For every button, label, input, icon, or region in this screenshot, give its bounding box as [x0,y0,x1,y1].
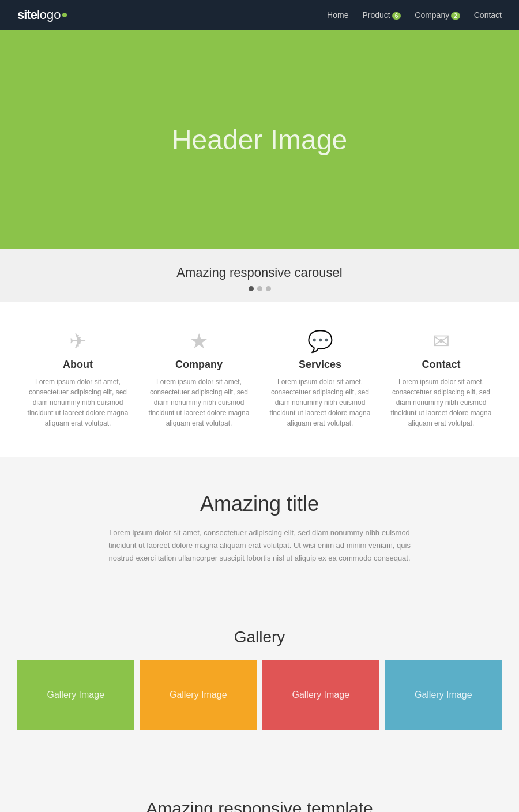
feature-about: ✈ About Lorem ipsum dolor sit amet, cons… [23,331,133,428]
gallery-item-4[interactable]: Gallery Image [385,660,502,730]
logo[interactable]: sitelogo [17,7,67,22]
nav-links: Home Product6 Company2 Contact [327,10,502,20]
feature-contact: ✉ Contact Lorem ipsum dolor sit amet, co… [386,331,496,428]
nav-link-contact[interactable]: Contact [474,10,502,20]
product-badge: 6 [392,12,401,20]
carousel-title: Amazing responsive carousel [0,265,519,280]
amazing-desc: Lorem ipsum dolor sit amet, consectetuer… [104,527,415,565]
template-section: Amazing responsive template Lorem ipsum … [0,764,519,812]
feature-company: ★ Company Lorem ipsum dolor sit amet, co… [144,331,254,428]
company-title: Company [144,359,254,371]
gallery-grid: Gallery Image Gallery Image Gallery Imag… [17,660,502,730]
contact-desc: Lorem ipsum dolor sit amet, consectetuer… [386,377,496,428]
services-title: Services [265,359,375,371]
amazing-title: Amazing title [104,492,415,516]
gallery-section: Gallery Gallery Image Gallery Image Gall… [0,599,519,764]
company-icon: ★ [144,331,254,352]
hero-section: Header Image [0,30,519,249]
services-desc: Lorem ipsum dolor sit amet, consectetuer… [265,377,375,428]
template-title: Amazing responsive template [92,799,427,812]
company-desc: Lorem ipsum dolor sit amet, consectetuer… [144,377,254,428]
feature-services: 💬 Services Lorem ipsum dolor sit amet, c… [265,331,375,428]
logo-logo-text: logo [37,7,61,22]
carousel-section: Amazing responsive carousel [0,249,519,302]
nav-link-product[interactable]: Product6 [362,10,401,20]
nav-item-product[interactable]: Product6 [362,10,401,20]
gallery-label-1: Gallery Image [47,690,104,700]
gallery-title: Gallery [17,628,502,646]
gallery-label-3: Gallery Image [292,690,349,700]
logo-site-text: site [17,7,37,22]
gallery-label-4: Gallery Image [415,690,472,700]
features-section: ✈ About Lorem ipsum dolor sit amet, cons… [0,302,519,457]
contact-icon: ✉ [386,331,496,352]
carousel-dot-2[interactable] [257,286,262,291]
gallery-label-2: Gallery Image [170,690,227,700]
carousel-dots [0,286,519,291]
services-icon: 💬 [265,331,375,352]
navbar: sitelogo Home Product6 Company2 Contact [0,0,519,30]
gallery-item-2[interactable]: Gallery Image [140,660,257,730]
nav-link-home[interactable]: Home [327,10,348,20]
carousel-dot-1[interactable] [249,286,254,291]
nav-item-contact[interactable]: Contact [474,10,502,20]
company-badge: 2 [451,12,460,20]
carousel-dot-3[interactable] [266,286,271,291]
contact-title: Contact [386,359,496,371]
hero-title: Header Image [172,124,347,156]
gallery-item-3[interactable]: Gallery Image [262,660,379,730]
nav-item-home[interactable]: Home [327,10,348,20]
gallery-item-1[interactable]: Gallery Image [17,660,134,730]
nav-link-company[interactable]: Company2 [415,10,460,20]
about-desc: Lorem ipsum dolor sit amet, consectetuer… [23,377,133,428]
logo-dot-icon [62,13,67,17]
about-icon: ✈ [23,331,133,352]
nav-item-company[interactable]: Company2 [415,10,460,20]
about-title: About [23,359,133,371]
amazing-section: Amazing title Lorem ipsum dolor sit amet… [0,457,519,599]
